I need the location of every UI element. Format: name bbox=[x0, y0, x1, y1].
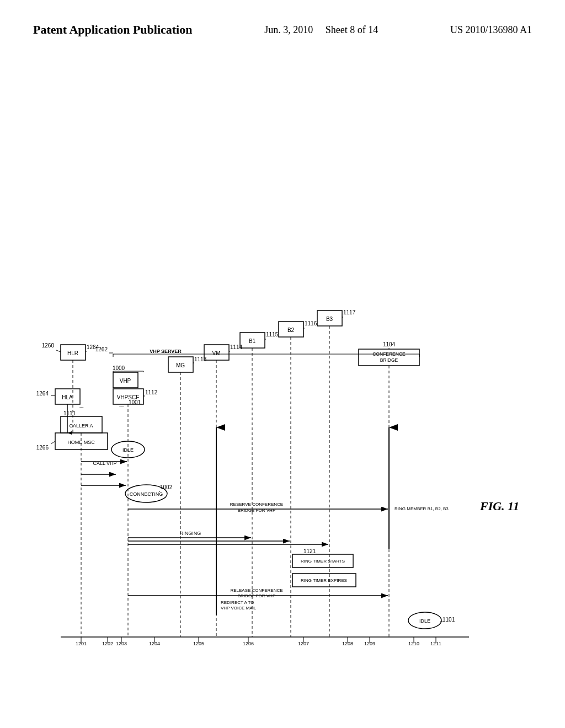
connecting-oval-label: CONNECTING bbox=[130, 491, 163, 497]
conf-bridge-label-2: BRIDGE bbox=[380, 357, 398, 363]
mg-label: MG bbox=[176, 362, 185, 368]
reserve-bridge-label-2: BRIDGE FOR VHP bbox=[238, 508, 275, 513]
page: Patent Application Publication Jun. 3, 2… bbox=[0, 0, 565, 728]
header: Patent Application Publication Jun. 3, 2… bbox=[0, 0, 565, 38]
label-1115: 1115 bbox=[266, 331, 279, 338]
vhp-label: VHP bbox=[120, 378, 131, 384]
header-date-sheet: Jun. 3, 2010 Sheet 8 of 14 bbox=[264, 22, 378, 36]
ring-member-label-1: RING MEMBER B1, B2, B3 bbox=[395, 506, 449, 511]
label-1260: 1260 bbox=[42, 342, 55, 349]
label-1101: 1101 bbox=[443, 617, 455, 623]
label-1001: 1001 bbox=[129, 399, 141, 405]
b1-label: B1 bbox=[249, 338, 256, 344]
bracket-1111: ⌒ bbox=[78, 406, 84, 413]
label-1266: 1266 bbox=[36, 445, 49, 451]
patent-diagram: CALLER A 1111 ⌒ HOME MSC 1266 HLA 1264 V… bbox=[28, 83, 546, 662]
diagram-area: CALLER A 1111 ⌒ HOME MSC 1266 HLA 1264 V… bbox=[28, 83, 546, 662]
ringing-label: RINGING bbox=[180, 531, 201, 536]
label-1121: 1121 bbox=[303, 548, 316, 554]
svg-line-34 bbox=[56, 350, 61, 352]
vm-label: VM bbox=[212, 350, 221, 356]
release-bridge-label-1: RELEASE CONFERENCE bbox=[230, 588, 282, 593]
patent-number: US 2010/136980 A1 bbox=[450, 22, 532, 36]
label-1000: 1000 bbox=[113, 365, 125, 371]
vhp-server-label: VHP SERVER bbox=[150, 349, 182, 354]
sheet-info: Sheet 8 of 14 bbox=[326, 24, 378, 35]
publication-title: Patent Application Publication bbox=[33, 22, 192, 38]
redirect-label-1: REDIRECT A TO bbox=[221, 600, 254, 605]
label-1113: 1113 bbox=[194, 356, 207, 362]
bracket-vhp: ⌒ bbox=[119, 405, 125, 412]
ring-timer-starts-label: RING TIMER STARTS bbox=[301, 559, 345, 564]
idle-oval-label: IDLE bbox=[122, 447, 134, 453]
hla-label: HLA bbox=[62, 394, 73, 400]
idle-end-oval-label: IDLE bbox=[419, 618, 430, 624]
label-1264-hla: 1264 bbox=[36, 390, 49, 397]
b2-label: B2 bbox=[287, 327, 295, 333]
label-1002: 1002 bbox=[160, 484, 173, 490]
label-1111: 1111 bbox=[63, 410, 76, 416]
label-1117: 1117 bbox=[343, 309, 356, 315]
svg-line-6 bbox=[51, 441, 55, 444]
release-bridge-label-2: BRIDGE FOR VHP bbox=[238, 593, 275, 598]
publication-date: Jun. 3, 2010 bbox=[264, 24, 313, 35]
b3-label: B3 bbox=[326, 316, 333, 322]
label-1116: 1116 bbox=[305, 320, 317, 326]
redirect-label-2: VHP VOICE MAIL bbox=[221, 606, 257, 611]
hlr-label: HLR bbox=[67, 350, 78, 356]
label-1104: 1104 bbox=[383, 341, 396, 347]
ring-timer-expires-label: RING TIMER EXPIRES bbox=[301, 578, 347, 583]
reserve-bridge-label-1: RESERVE CONFERENCE bbox=[230, 502, 283, 507]
label-1264-hlr: 1264 bbox=[87, 344, 99, 350]
label-1114: 1114 bbox=[230, 344, 243, 350]
fig-label: FIG. 11 bbox=[479, 499, 519, 513]
label-1112: 1112 bbox=[145, 389, 158, 395]
